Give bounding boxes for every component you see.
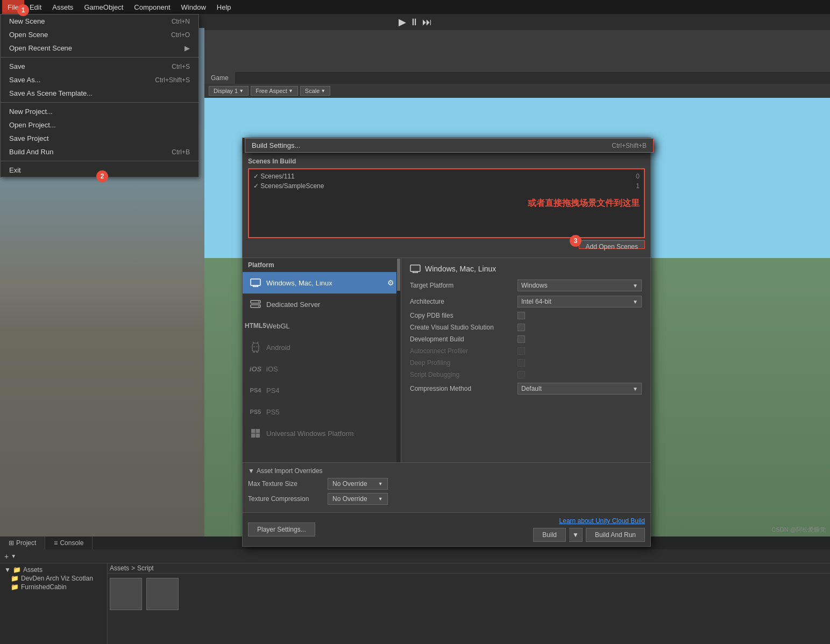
svg-point-11 — [257, 346, 258, 347]
menu-build-settings[interactable]: Build Settings... Ctrl+Shift+B — [245, 138, 654, 153]
platform-label-android: Android — [266, 344, 290, 352]
create-vs-checkbox[interactable] — [517, 324, 525, 331]
menu-save-project[interactable]: Save Project — [1, 132, 198, 145]
file-dropdown: New Scene Ctrl+N Open Scene Ctrl+O Open … — [0, 14, 199, 177]
annotation-2: 2 — [96, 170, 108, 182]
component-menu[interactable]: Component — [129, 0, 175, 14]
max-texture-dropdown[interactable]: No Override ▼ — [328, 478, 388, 490]
ios-icon: iOS — [249, 362, 262, 375]
watermark: CSDN @阿松爱睡觉 — [772, 526, 826, 534]
deep-profiling-checkbox — [517, 359, 525, 367]
player-settings-button[interactable]: Player Settings... — [248, 523, 315, 536]
breadcrumb-assets[interactable]: Assets — [110, 564, 129, 572]
android-icon — [249, 341, 262, 354]
script-debugging-checkbox — [517, 371, 525, 378]
target-platform-dropdown[interactable]: Windows ▼ — [517, 280, 642, 291]
svg-rect-16 — [410, 265, 420, 271]
settings-monitor-icon — [410, 264, 421, 273]
step-button[interactable]: ⏭ — [422, 17, 432, 28]
development-build-checkbox[interactable] — [517, 335, 525, 343]
menu-save-as-template[interactable]: Save As Scene Template... — [1, 87, 198, 100]
copy-pdb-row: Copy PDB files — [410, 312, 642, 319]
uwp-icon — [249, 427, 262, 440]
breadcrumb: Assets > Script — [108, 563, 830, 574]
platform-ios[interactable]: iOS iOS — [243, 358, 401, 380]
bottom-toolbar: + ▼ — [0, 549, 830, 563]
cloud-build-link[interactable]: Learn about Unity Cloud Build — [559, 517, 645, 525]
platform-webgl[interactable]: HTML5 WebGL — [243, 315, 401, 337]
platform-ps5[interactable]: PS5 PS5 — [243, 401, 401, 423]
texture-compression-row: Texture Compression No Override ▼ — [248, 493, 645, 505]
platform-label-webgl: WebGL — [266, 322, 290, 330]
menu-save[interactable]: Save Ctrl+S — [1, 60, 198, 73]
create-vs-solution-row: Create Visual Studio Solution — [410, 324, 642, 331]
assets-menu[interactable]: Assets — [47, 0, 79, 14]
menu-new-scene[interactable]: New Scene Ctrl+N — [1, 15, 198, 28]
menu-open-project[interactable]: Open Project... — [1, 118, 198, 132]
collapse-arrow-icon: ▼ — [248, 467, 254, 475]
build-bottom-bar: Player Settings... Learn about Unity Clo… — [243, 512, 650, 546]
play-button[interactable]: ▶ — [399, 16, 406, 28]
project-area: ▼ 📁 Assets 📁 DevDen Arch Viz Scotlan 📁 F… — [0, 563, 830, 644]
svg-rect-0 — [251, 279, 260, 285]
dropdown-arrow-button[interactable]: ▼ — [11, 553, 16, 559]
breadcrumb-script[interactable]: Script — [137, 564, 154, 572]
menu-open-scene[interactable]: Open Scene Ctrl+O — [1, 28, 198, 41]
menu-build-and-run[interactable]: Build And Run Ctrl+B — [1, 145, 198, 159]
display-dropdown[interactable]: Display 1 ▼ — [209, 86, 249, 96]
build-and-run-button[interactable]: Build And Run — [586, 528, 645, 542]
console-tab[interactable]: ≡ Console — [45, 536, 93, 549]
texture-compression-dropdown[interactable]: No Override ▼ — [328, 493, 388, 505]
pause-button[interactable]: ⏸ — [409, 17, 419, 28]
add-open-scenes-button[interactable]: Add Open Scenes — [579, 240, 645, 249]
menu-new-project[interactable]: New Project... — [1, 105, 198, 118]
menu-open-recent-scene[interactable]: Open Recent Scene ▶ — [1, 41, 198, 55]
gameobject-menu[interactable]: GameObject — [79, 0, 129, 14]
svg-rect-14 — [251, 434, 256, 438]
compression-method-dropdown[interactable]: Default ▼ — [517, 383, 642, 395]
build-arrow-button[interactable]: ▼ — [569, 528, 583, 542]
architecture-dropdown[interactable]: Intel 64-bit ▼ — [517, 296, 642, 307]
platform-ps4[interactable]: PS4 PS4 — [243, 380, 401, 401]
asset-overrides-header: ▼ Asset Import Overrides — [248, 467, 645, 475]
build-settings-dialog: Build Settings ⋮ 🗕 ✕ Scenes In Build ✓ S… — [242, 138, 651, 547]
project-tree: ▼ 📁 Assets 📁 DevDen Arch Viz Scotlan 📁 F… — [0, 563, 108, 644]
window-menu[interactable]: Window — [176, 0, 211, 14]
platform-scrollbar[interactable] — [396, 258, 401, 462]
scene-item-1: ✓ Scenes/SampleScene 1 — [251, 181, 642, 191]
list-icon: ≡ — [54, 539, 58, 547]
project-tab[interactable]: ⊞ Project — [0, 536, 45, 549]
game-tab[interactable]: Game — [204, 72, 235, 84]
platform-label-ps4: PS4 — [266, 387, 280, 395]
scale-dropdown[interactable]: Scale ▼ — [300, 86, 330, 96]
aspect-dropdown[interactable]: Free Aspect ▼ — [251, 86, 298, 96]
breadcrumb-separator-1: > — [131, 564, 135, 572]
annotation-1: 1 — [17, 4, 29, 16]
add-button[interactable]: + — [4, 552, 9, 561]
max-texture-label: Max Texture Size — [248, 480, 323, 488]
asset-item-1[interactable] — [110, 578, 142, 610]
server-icon — [249, 298, 262, 311]
help-menu[interactable]: Help — [211, 0, 237, 14]
build-button[interactable]: Build — [533, 528, 566, 542]
annotation-3: 3 — [570, 235, 581, 247]
platform-label-windows: Windows, Mac, Linux — [266, 279, 332, 287]
platform-list: Platform Windows, Mac, Linux ⚙ — [243, 258, 401, 462]
chevron-down-icon-4: ▼ — [378, 481, 383, 486]
menu-save-as[interactable]: Save As... Ctrl+Shift+S — [1, 73, 198, 87]
platform-windows-mac-linux[interactable]: Windows, Mac, Linux ⚙ — [243, 272, 401, 294]
asset-content — [108, 576, 830, 612]
platform-label: Platform — [243, 258, 401, 272]
svg-rect-12 — [251, 429, 256, 433]
menubar: File Edit Assets GameObject Component Wi… — [0, 0, 830, 14]
platform-android[interactable]: Android — [243, 337, 401, 358]
svg-point-10 — [254, 346, 255, 347]
architecture-label: Architecture — [410, 298, 517, 305]
copy-pdb-checkbox[interactable] — [517, 312, 525, 319]
platform-settings-title: Windows, Mac, Linux — [410, 264, 642, 273]
folder-icon: 📁 — [13, 566, 21, 574]
settings-title: Windows, Mac, Linux — [425, 264, 496, 273]
asset-item-2[interactable] — [146, 578, 179, 610]
platform-uwp[interactable]: Universal Windows Platform — [243, 423, 401, 444]
platform-dedicated-server[interactable]: Dedicated Server — [243, 294, 401, 315]
